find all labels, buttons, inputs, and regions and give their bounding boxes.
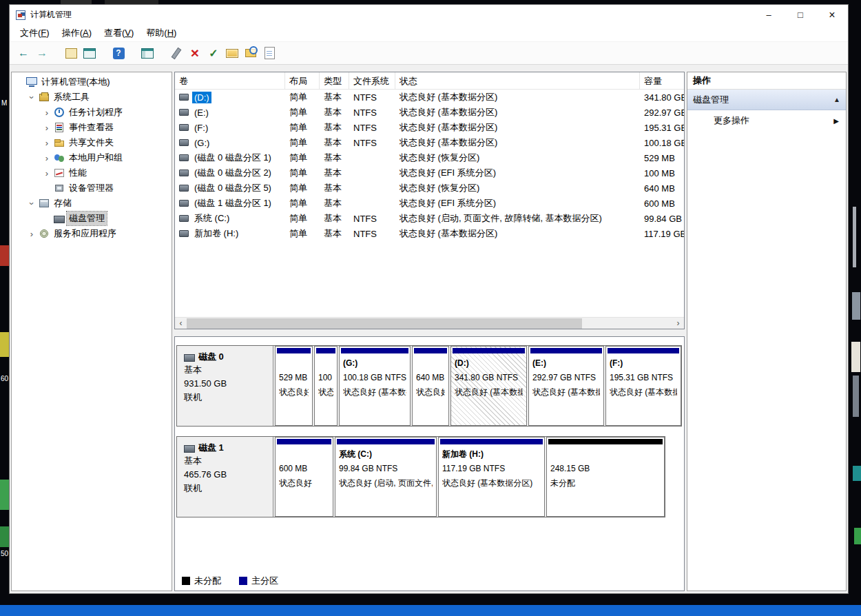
chevron-right-icon[interactable] — [42, 138, 52, 148]
desktop-icon-fragment[interactable] — [853, 466, 861, 481]
pane-splitter[interactable] — [174, 329, 685, 336]
check-icon[interactable] — [205, 45, 222, 61]
show-window-icon[interactable] — [139, 45, 156, 61]
volume-row[interactable]: (磁盘 0 磁盘分区 5) 简单 基本 状态良好 (恢复分区) 640 MB — [175, 181, 684, 196]
close-button[interactable]: × — [816, 5, 848, 25]
desktop-icon-fragment[interactable] — [0, 332, 9, 357]
forward-icon[interactable] — [34, 45, 50, 61]
column-header-filesystem[interactable]: 文件系统 — [349, 72, 395, 89]
volume-row[interactable]: (D:) 简单 基本 NTFS 状态良好 (基本数据分区) 341.80 GB — [175, 90, 684, 105]
folder-up-icon[interactable] — [224, 45, 240, 61]
partition[interactable]: 系统 (C:)99.84 GB NTFS状态良好 (启动, 页面文件, 故障转储… — [335, 437, 437, 517]
chevron-down-icon[interactable] — [27, 198, 37, 209]
partition-unallocated[interactable]: 248.15 GB未分配 — [546, 437, 665, 517]
tree-item-computer-management[interactable]: 计算机管理(本地) — [12, 74, 172, 90]
chevron-right-icon[interactable] — [27, 229, 37, 239]
volume-row[interactable]: (E:) 简单 基本 NTFS 状态良好 (基本数据分区) 292.97 GB — [175, 105, 684, 120]
menu-view[interactable]: 查看(V) — [98, 25, 140, 41]
volume-icon — [179, 139, 189, 146]
users-icon — [54, 152, 65, 163]
scroll-left-icon[interactable]: ‹ — [175, 318, 187, 329]
partition[interactable]: 100 MB状态良好 — [314, 346, 338, 426]
chevron-right-icon[interactable] — [42, 123, 52, 133]
tree-item-shared-folders[interactable]: 共享文件夹 — [12, 135, 172, 150]
partition[interactable]: 640 MB状态良好 — [412, 346, 449, 426]
volume-icon — [179, 109, 189, 116]
column-header-capacity[interactable]: 容量 — [640, 72, 684, 89]
desktop-icon-label: 50 — [1, 550, 8, 557]
tree-item-performance[interactable]: 性能 — [12, 165, 172, 181]
column-header-status[interactable]: 状态 — [395, 72, 640, 89]
back-icon[interactable] — [15, 45, 32, 61]
collapse-icon[interactable] — [833, 96, 840, 103]
toolbar — [10, 42, 848, 65]
column-header-layout[interactable]: 布局 — [285, 72, 320, 89]
tree-item-event-viewer[interactable]: 事件查看器 — [12, 120, 172, 135]
volume-name: (磁盘 0 磁盘分区 1) — [192, 151, 273, 165]
minimize-button[interactable]: – — [753, 5, 785, 25]
column-header-volume[interactable]: 卷 — [175, 72, 285, 89]
show-console-tree-icon[interactable] — [81, 45, 98, 61]
more-actions-item[interactable]: 更多操作 — [687, 110, 846, 131]
partition[interactable]: 600 MB状态良好 — [275, 437, 333, 517]
volume-name: (G:) — [192, 137, 211, 149]
actions-section-disk-management[interactable]: 磁盘管理 — [687, 90, 846, 110]
delete-icon[interactable] — [187, 45, 203, 61]
volume-row[interactable]: (磁盘 0 磁盘分区 2) 简单 基本 状态良好 (EFI 系统分区) 100 … — [175, 165, 684, 181]
volume-row[interactable]: (G:) 简单 基本 NTFS 状态良好 (基本数据分区) 100.18 GB — [175, 135, 684, 150]
desktop-icon-fragment[interactable] — [0, 526, 9, 547]
scrollbar-thumb[interactable] — [187, 318, 582, 329]
disk1-info[interactable]: 磁盘 1 基本 465.76 GB 联机 — [177, 437, 273, 517]
desktop-icon-label: 60 — [1, 375, 8, 382]
taskbar[interactable] — [0, 605, 861, 616]
volume-row[interactable]: 系统 (C:) 简单 基本 NTFS 状态良好 (启动, 页面文件, 故障转储,… — [175, 211, 684, 226]
maximize-button[interactable]: □ — [785, 5, 816, 25]
volume-row[interactable]: 新加卷 (H:) 简单 基本 NTFS 状态良好 (基本数据分区) 117.19… — [175, 226, 684, 241]
volume-row[interactable]: (F:) 简单 基本 NTFS 状态良好 (基本数据分区) 195.31 GB — [175, 120, 684, 135]
partition-color-bar — [341, 348, 408, 353]
partition[interactable]: (G:)100.18 GB NTFS状态良好 (基本数据分区) — [339, 346, 411, 426]
chevron-right-icon[interactable] — [42, 168, 52, 178]
tree-item-services-apps[interactable]: 服务和应用程序 — [12, 226, 172, 241]
partition[interactable]: (F:)195.31 GB NTFS状态良好 (基本数据分区) — [605, 346, 681, 426]
desktop-icon-fragment[interactable] — [854, 528, 861, 544]
tree-item-disk-management[interactable]: 磁盘管理 — [12, 211, 172, 226]
disk0-info[interactable]: 磁盘 0 基本 931.50 GB 联机 — [177, 346, 273, 426]
desktop-icon-fragment[interactable] — [852, 292, 860, 320]
volume-row[interactable]: (磁盘 0 磁盘分区 1) 简单 基本 状态良好 (恢复分区) 529 MB — [175, 150, 684, 165]
scheduler-icon — [54, 107, 65, 118]
menubar: 文件(F) 操作(A) 查看(V) 帮助(H) — [10, 25, 848, 42]
chevron-right-icon[interactable] — [42, 107, 52, 118]
computer-icon — [26, 76, 37, 88]
tree-item-task-scheduler[interactable]: 任务计划程序 — [12, 105, 172, 120]
horizontal-scrollbar[interactable]: ‹ › — [175, 317, 684, 329]
help-icon[interactable] — [110, 45, 127, 61]
scroll-right-icon[interactable]: › — [672, 318, 684, 329]
chevron-right-icon[interactable] — [42, 153, 52, 163]
tree-item-storage[interactable]: 存储 — [12, 196, 172, 211]
tree-item-local-users-groups[interactable]: 本地用户和组 — [12, 150, 172, 165]
search-icon[interactable] — [242, 45, 259, 61]
chevron-down-icon[interactable] — [27, 92, 37, 103]
column-header-type[interactable]: 类型 — [320, 72, 349, 89]
volume-row[interactable]: (磁盘 1 磁盘分区 1) 简单 基本 状态良好 (EFI 系统分区) 600 … — [175, 196, 684, 211]
shared-folder-icon — [54, 137, 65, 148]
partition[interactable]: 新加卷 (H:)117.19 GB NTFS状态良好 (基本数据分区) — [438, 437, 545, 517]
desktop-icon-fragment[interactable] — [0, 480, 9, 510]
partition[interactable]: (E:)292.97 GB NTFS状态良好 (基本数据分区) — [528, 346, 604, 426]
tree-item-system-tools[interactable]: 系统工具 — [12, 90, 172, 105]
menu-help[interactable]: 帮助(H) — [140, 25, 183, 41]
desktop-icon-fragment[interactable] — [0, 245, 9, 266]
menu-file[interactable]: 文件(F) — [14, 25, 56, 41]
titlebar[interactable]: 计算机管理 – □ × — [10, 5, 848, 25]
console-tree: 计算机管理(本地) 系统工具 任务计划程序 事件查看器 共享文件夹 — [11, 72, 172, 591]
desktop-icon-fragment[interactable] — [851, 342, 860, 372]
tree-item-device-manager[interactable]: 设备管理器 — [12, 181, 172, 196]
pointer-icon[interactable] — [168, 45, 185, 61]
partition-selected[interactable]: (D:)341.80 GB NTFS状态良好 (基本数据分区) — [450, 346, 527, 426]
export-list-icon[interactable] — [63, 45, 79, 61]
menu-action[interactable]: 操作(A) — [56, 25, 98, 41]
desktop-icon-label: M — [1, 99, 7, 107]
partition[interactable]: 529 MB状态良好 — [275, 346, 313, 426]
properties-icon[interactable] — [261, 45, 278, 61]
